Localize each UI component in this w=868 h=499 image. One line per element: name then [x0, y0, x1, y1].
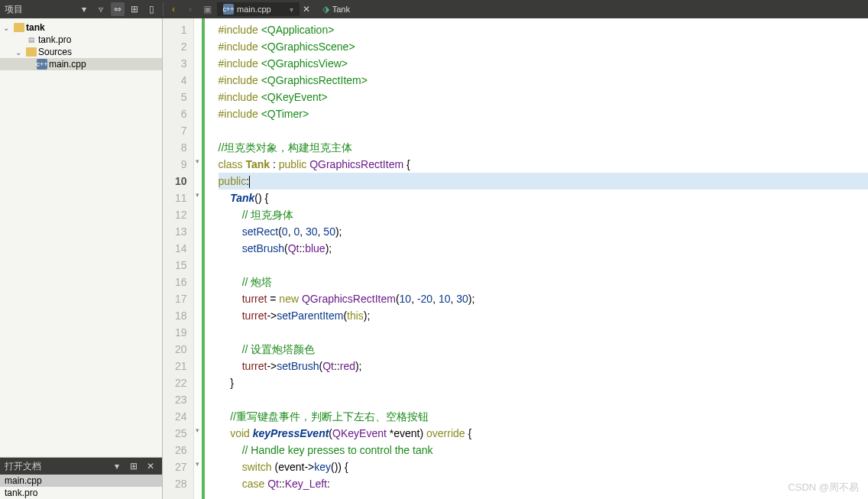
tree-item[interactable]: c++ main.cpp — [0, 58, 162, 70]
fold-marker — [194, 388, 202, 405]
code-line[interactable]: } — [219, 374, 868, 391]
line-number: 12 — [175, 206, 187, 223]
code-line[interactable]: #include <QGraphicsScene> — [219, 38, 868, 55]
code-line[interactable]: #include <QGraphicsRectItem> — [219, 72, 868, 89]
tab-dropdown-icon[interactable]: ▾ — [290, 5, 293, 14]
code-line[interactable]: // 设置炮塔颜色 — [219, 341, 868, 358]
line-number: 26 — [175, 442, 187, 458]
main-area: ⌄ tank ▤ tank.pro ⌄ Sources c++ main.cpp — [0, 18, 868, 499]
fold-marker — [194, 439, 202, 455]
code-line[interactable]: turret->setBrush(Qt::red); — [219, 358, 868, 374]
cpp-file-icon: c++ — [37, 59, 47, 70]
dropdown-icon[interactable]: ▾ — [77, 2, 91, 16]
project-tree[interactable]: ⌄ tank ▤ tank.pro ⌄ Sources c++ main.cpp — [0, 18, 162, 457]
line-number-gutter: 1234567891011121314151617181920212223242… — [163, 18, 194, 499]
code-line[interactable]: setRect(0, 0, 30, 50); — [219, 223, 868, 240]
open-docs-list[interactable]: main.cpp tank.pro — [0, 475, 162, 499]
text-cursor — [249, 176, 250, 188]
code-line[interactable]: #include <QApplication> — [219, 21, 868, 38]
add-icon[interactable]: ⊞ — [127, 459, 141, 473]
fold-marker — [194, 220, 202, 237]
line-number: 15 — [175, 257, 187, 274]
code-line[interactable] — [219, 324, 868, 341]
code-line[interactable] — [219, 122, 868, 139]
fold-strip[interactable]: ▾▾▾▾ — [194, 18, 205, 499]
code-line[interactable] — [219, 391, 868, 408]
doc-item[interactable]: main.cpp — [0, 475, 162, 487]
code-line[interactable]: void keyPressEvent(QKeyEvent *event) ove… — [219, 425, 868, 442]
line-number: 7 — [175, 122, 187, 139]
fold-marker — [194, 203, 202, 220]
class-symbol-icon: ⬗ — [322, 4, 329, 15]
line-number: 16 — [175, 274, 187, 290]
code-line[interactable]: Tank() { — [219, 190, 868, 206]
code-line[interactable]: //坦克类对象，构建坦克主体 — [219, 139, 868, 156]
line-number: 13 — [175, 223, 187, 240]
code-area[interactable]: #include <QApplication>#include <QGraphi… — [205, 18, 868, 499]
code-line[interactable]: case Qt::Key_Left: — [219, 475, 868, 492]
line-number: 17 — [175, 290, 187, 307]
tree-item[interactable]: ⌄ Sources — [0, 46, 162, 58]
filter-icon[interactable]: ▿ — [94, 2, 108, 16]
code-line[interactable]: turret->setParentItem(this); — [219, 307, 868, 324]
line-number: 20 — [175, 341, 187, 358]
doc-item[interactable]: tank.pro — [0, 487, 162, 499]
editor-tab-bar: ‹ › ▣ c++ main.cpp ▾ ✕ ⬗ Tank — [163, 2, 868, 16]
editor-tab[interactable]: c++ main.cpp ▾ — [217, 2, 300, 16]
fold-marker[interactable]: ▾ — [194, 455, 202, 472]
tree-root[interactable]: ⌄ tank — [0, 21, 162, 34]
fold-marker — [194, 18, 202, 35]
code-line[interactable]: // 坦克身体 — [219, 206, 868, 223]
fold-marker[interactable]: ▾ — [194, 186, 202, 203]
line-number: 28 — [175, 475, 187, 492]
line-number: 9 — [175, 156, 187, 173]
fold-marker[interactable]: ▾ — [194, 422, 202, 439]
split-icon[interactable]: ▯ — [144, 2, 158, 16]
open-docs-title: 打开文档 — [5, 460, 107, 473]
fold-marker — [194, 52, 202, 69]
code-line[interactable]: //重写键盘事件，判断上下左右、空格按钮 — [219, 408, 868, 425]
fold-marker — [194, 69, 202, 86]
code-line[interactable]: class Tank : public QGraphicsRectItem { — [219, 156, 868, 173]
close-icon[interactable]: ✕ — [144, 459, 157, 473]
line-number: 1 — [175, 21, 187, 38]
fold-marker — [194, 304, 202, 321]
chevron-down-icon[interactable]: ⌄ — [15, 48, 24, 57]
fold-marker — [194, 35, 202, 52]
tree-label: tank — [26, 22, 45, 33]
fold-marker — [194, 136, 202, 153]
tree-item[interactable]: ▤ tank.pro — [0, 34, 162, 46]
sidebar: ⌄ tank ▤ tank.pro ⌄ Sources c++ main.cpp — [0, 18, 163, 499]
symbol-name[interactable]: Tank — [332, 5, 350, 14]
fold-marker — [194, 321, 202, 338]
fold-marker — [194, 102, 202, 119]
code-line[interactable]: switch (event->key()) { — [219, 458, 868, 475]
fold-marker — [194, 86, 202, 102]
link-icon[interactable]: ⇔ — [111, 2, 125, 16]
code-editor[interactable]: 1234567891011121314151617181920212223242… — [163, 18, 868, 499]
bookmark-icon[interactable]: ▣ — [200, 2, 214, 16]
add-icon[interactable]: ⊞ — [128, 2, 141, 16]
fold-marker[interactable]: ▾ — [194, 153, 202, 170]
code-line[interactable]: #include <QGraphicsView> — [219, 55, 868, 72]
code-line[interactable] — [219, 257, 868, 274]
code-line[interactable]: // Handle key presses to control the tan… — [219, 442, 868, 458]
code-line[interactable]: // 炮塔 — [219, 274, 868, 290]
nav-back-icon[interactable]: ‹ — [167, 2, 180, 16]
line-number: 25 — [175, 425, 187, 442]
line-number: 22 — [175, 374, 187, 391]
line-number: 2 — [175, 38, 187, 55]
line-number: 24 — [175, 408, 187, 425]
nav-forward-icon[interactable]: › — [183, 2, 197, 16]
code-line[interactable]: #include <QKeyEvent> — [219, 89, 868, 105]
code-line[interactable]: #include <QTimer> — [219, 105, 868, 122]
fold-marker — [194, 170, 202, 186]
dropdown-icon[interactable]: ▾ — [110, 459, 124, 473]
chevron-down-icon[interactable]: ⌄ — [3, 24, 12, 32]
project-pane-header: 项目 ▾ ▿ ⇔ ⊞ ▯ — [0, 2, 163, 16]
line-number: 3 — [175, 55, 187, 72]
code-line[interactable]: public: — [219, 173, 868, 190]
code-line[interactable]: setBrush(Qt::blue); — [219, 240, 868, 257]
tab-close-icon[interactable]: ✕ — [303, 4, 310, 15]
code-line[interactable]: turret = new QGraphicsRectItem(10, -20, … — [219, 290, 868, 307]
